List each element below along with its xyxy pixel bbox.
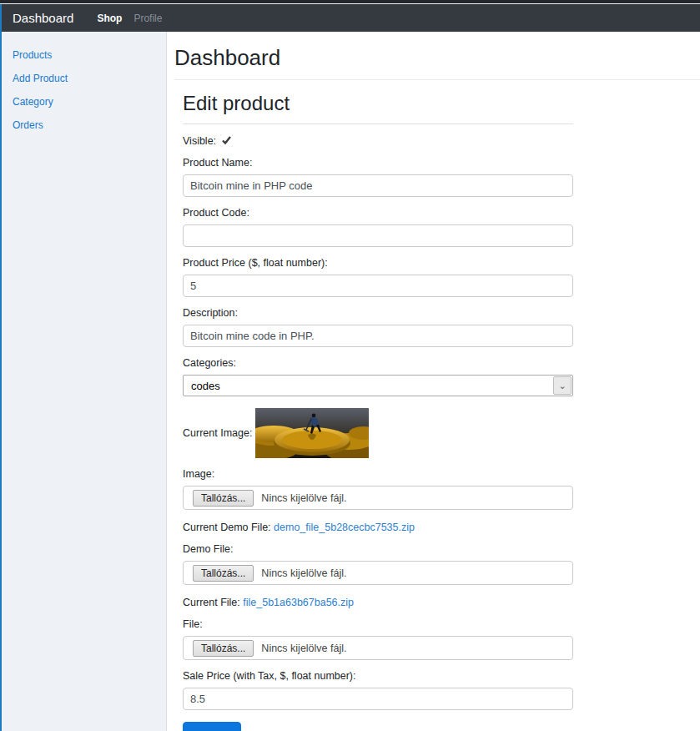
current-demo-file-label: Current Demo File:: [183, 522, 271, 533]
sale-price-label: Sale Price (with Tax, $, float number):: [183, 670, 573, 682]
file-input[interactable]: Tallózás... Nincs kijelölve fájl.: [183, 636, 573, 660]
product-price-input[interactable]: [183, 275, 573, 297]
divider: [174, 79, 700, 80]
current-demo-file-link[interactable]: demo_file_5b28cecbc7535.zip: [274, 522, 415, 533]
file-label: File:: [183, 618, 573, 630]
image-browse-button[interactable]: Tallózás...: [193, 490, 254, 507]
current-file-row: Current File: file_5b1a63b67ba56.zip: [183, 597, 573, 608]
current-image-row: Current Image:: [183, 408, 573, 458]
submit-button[interactable]: Submit: [183, 722, 241, 731]
categories-label: Categories:: [183, 357, 573, 369]
demo-file-browse-button[interactable]: Tallózás...: [193, 565, 254, 582]
current-file-link[interactable]: file_5b1a63b67ba56.zip: [243, 597, 354, 608]
visible-label: Visible:: [183, 135, 216, 147]
nav-item-shop[interactable]: Shop: [97, 13, 122, 24]
product-code-input[interactable]: [183, 224, 573, 247]
sidebar: Products Add Product Category Orders: [2, 32, 167, 731]
sidebar-item-category[interactable]: Category: [2, 90, 166, 113]
sidebar-item-products[interactable]: Products: [2, 43, 166, 67]
divider: [183, 124, 573, 124]
visible-row: Visible:: [183, 134, 573, 147]
image-file-input[interactable]: Tallózás... Nincs kijelölve fájl.: [183, 486, 573, 510]
image-no-file-text: Nincs kijelölve fájl.: [261, 492, 346, 504]
categories-selected-value: codes: [184, 380, 220, 392]
product-code-label: Product Code:: [183, 207, 573, 219]
edit-product-section: Edit product Visible: Product Name: Prod…: [183, 92, 700, 731]
categories-select[interactable]: codes ⌄: [183, 375, 573, 396]
edit-product-form: Visible: Product Name: Product Code: Pro…: [183, 134, 573, 731]
section-title: Edit product: [183, 92, 700, 115]
sidebar-item-add-product[interactable]: Add Product: [2, 67, 166, 90]
product-name-input[interactable]: [183, 174, 573, 197]
navbar-brand[interactable]: Dashboard: [13, 11, 73, 25]
current-image-label: Current Image:: [183, 427, 252, 439]
visible-checkbox[interactable]: [220, 134, 233, 147]
product-price-label: Product Price ($, float number):: [183, 257, 573, 269]
demo-file-input[interactable]: Tallózás... Nincs kijelölve fájl.: [183, 561, 573, 585]
file-no-file-text: Nincs kijelölve fájl.: [261, 643, 346, 654]
file-browse-button[interactable]: Tallózás...: [193, 640, 254, 657]
product-name-label: Product Name:: [183, 157, 573, 169]
chevron-down-icon: ⌄: [553, 376, 572, 395]
demo-file-label: Demo File:: [183, 543, 573, 555]
description-input[interactable]: [183, 325, 573, 347]
page-title: Dashboard: [174, 45, 700, 71]
page-container: Dashboard Shop Profile Products Add Prod…: [0, 4, 700, 731]
current-demo-file-row: Current Demo File: demo_file_5b28cecbc75…: [183, 522, 573, 533]
description-label: Description:: [183, 307, 573, 319]
sale-price-input[interactable]: [183, 688, 573, 710]
current-file-label: Current File:: [183, 597, 240, 608]
nav-item-profile[interactable]: Profile: [133, 13, 162, 24]
sidebar-item-orders[interactable]: Orders: [2, 113, 166, 137]
product-image: [255, 408, 369, 458]
demo-file-no-file-text: Nincs kijelölve fájl.: [261, 567, 346, 579]
main-content: Dashboard Edit product Visible: Product …: [167, 32, 700, 731]
image-label: Image:: [183, 468, 573, 480]
top-navbar: Dashboard Shop Profile: [2, 4, 700, 32]
